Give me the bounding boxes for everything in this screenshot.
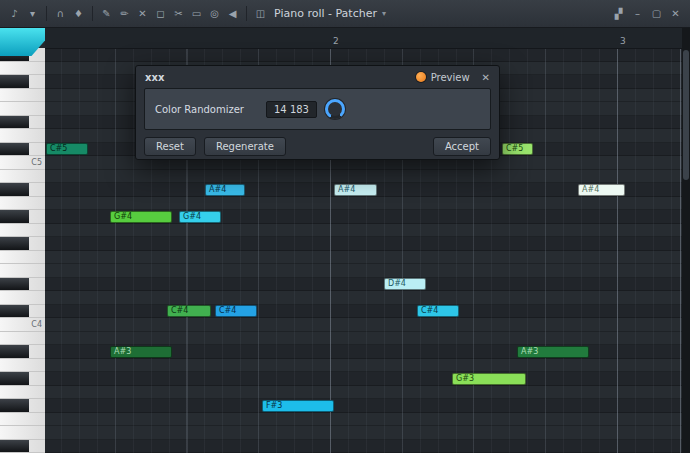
piano-key[interactable] <box>0 170 45 184</box>
piano-key[interactable] <box>0 386 45 400</box>
bar-number: 3 <box>620 36 626 46</box>
midi-note[interactable]: G#4 <box>179 211 221 223</box>
toolbar-separator <box>46 6 47 21</box>
piano-key[interactable] <box>0 224 45 238</box>
midi-note[interactable]: C#5 <box>46 143 88 155</box>
piano-key[interactable] <box>0 75 45 89</box>
piano-key[interactable] <box>0 143 45 157</box>
color-randomizer-panel: Color Randomizer 14 183 <box>144 88 491 130</box>
steps-icon[interactable]: ▞ <box>610 5 627 23</box>
vertical-scrollbar[interactable] <box>682 28 690 453</box>
stamp-icon[interactable]: ♦ <box>70 5 87 23</box>
window-title[interactable]: Piano roll - Patcher <box>274 7 377 20</box>
maximize-icon[interactable]: ▢ <box>648 5 665 23</box>
octave-label: C4 <box>31 320 42 329</box>
piano-key[interactable] <box>0 197 45 211</box>
toolbar: ♪▾∩♦✎✏✕◻✂▭◎◀ ◫ Piano roll - Patcher ▾ ▞–… <box>0 0 690 28</box>
piano-key[interactable] <box>0 332 45 346</box>
piano-key[interactable] <box>0 210 45 224</box>
piano-key[interactable] <box>0 89 45 103</box>
vertical-scrollbar-handle[interactable] <box>683 50 689 180</box>
accept-button[interactable]: Accept <box>433 137 491 156</box>
midi-note[interactable]: G#4 <box>110 211 172 223</box>
midi-note[interactable]: C#4 <box>167 305 211 317</box>
midi-note[interactable]: A#4 <box>205 184 245 196</box>
timeline-ruler[interactable]: 23 <box>45 28 682 49</box>
midi-note[interactable]: A#3 <box>517 346 589 358</box>
close-icon[interactable]: ✕ <box>667 5 684 23</box>
piano-key[interactable]: C5 <box>0 156 45 170</box>
toolbar-right-icons: ▞–▢✕ <box>610 5 684 23</box>
dialog-title: xxx <box>145 72 164 83</box>
note-menu-icon[interactable]: ♪ <box>6 5 23 23</box>
midi-note[interactable]: D#4 <box>384 278 426 290</box>
piano-key[interactable] <box>0 345 45 359</box>
title-caret-icon[interactable]: ▾ <box>382 9 386 18</box>
piano-key[interactable] <box>0 62 45 76</box>
piano-key[interactable] <box>0 426 45 440</box>
midi-note[interactable]: G#3 <box>452 373 526 385</box>
midi-note[interactable]: A#4 <box>334 184 377 196</box>
playback-tool-icon[interactable]: ◀ <box>224 5 241 23</box>
dialog-close-icon[interactable]: ✕ <box>482 72 490 83</box>
piano-key[interactable] <box>0 183 45 197</box>
preview-toggle[interactable]: Preview <box>416 72 470 83</box>
brush-tool-icon[interactable]: ✏ <box>116 5 133 23</box>
preview-label: Preview <box>431 72 470 83</box>
slice-tool-icon[interactable]: ✂ <box>170 5 187 23</box>
toolbar-separator <box>92 6 93 21</box>
piano-key[interactable] <box>0 264 45 278</box>
color-randomizer-label: Color Randomizer <box>155 104 244 115</box>
mute-tool-icon[interactable]: ◻ <box>152 5 169 23</box>
piano-key[interactable] <box>0 278 45 292</box>
piano-key[interactable] <box>0 305 45 319</box>
midi-note[interactable]: C#5 <box>502 143 533 155</box>
piano-key[interactable] <box>0 413 45 427</box>
midi-note[interactable]: A#3 <box>110 346 172 358</box>
midi-note[interactable]: C#4 <box>215 305 257 317</box>
regenerate-button[interactable]: Regenerate <box>204 137 286 156</box>
seed-knob[interactable] <box>325 99 345 119</box>
dialog-footer: Reset Regenerate Accept <box>136 130 499 163</box>
piano-key[interactable] <box>0 129 45 143</box>
piano-key[interactable] <box>0 291 45 305</box>
piano-key[interactable] <box>0 237 45 251</box>
preview-icon <box>416 72 426 82</box>
piano-key[interactable] <box>0 116 45 130</box>
toolbar-left-icons: ♪▾∩♦✎✏✕◻✂▭◎◀ <box>6 5 241 23</box>
reset-button[interactable]: Reset <box>144 137 196 156</box>
seed-value[interactable]: 14 183 <box>266 101 317 118</box>
zoom-tool-icon[interactable]: ◎ <box>206 5 223 23</box>
piano-key[interactable] <box>0 372 45 386</box>
piano-key[interactable] <box>0 102 45 116</box>
piano-roll-icon: ◫ <box>252 5 269 23</box>
midi-note[interactable]: F#3 <box>262 400 334 412</box>
piano-key[interactable] <box>0 440 45 453</box>
piano-key[interactable] <box>0 251 45 265</box>
midi-note[interactable]: C#4 <box>417 305 459 317</box>
octave-label: C5 <box>31 158 42 167</box>
select-tool-icon[interactable]: ▭ <box>188 5 205 23</box>
midi-note[interactable]: A#4 <box>578 184 625 196</box>
piano-keyboard[interactable]: C5C4 <box>0 48 45 453</box>
piano-key[interactable] <box>0 399 45 413</box>
magnet-snap-icon[interactable]: ∩ <box>52 5 69 23</box>
minimize-icon[interactable]: – <box>629 5 646 23</box>
bar-number: 2 <box>333 36 339 46</box>
color-randomizer-dialog: xxx Preview ✕ Color Randomizer 14 183 Re… <box>135 65 500 160</box>
piano-key[interactable] <box>0 359 45 373</box>
dialog-titlebar[interactable]: xxx Preview ✕ <box>136 66 499 88</box>
delete-tool-icon[interactable]: ✕ <box>134 5 151 23</box>
piano-key[interactable]: C4 <box>0 318 45 332</box>
pencil-tool-icon[interactable]: ✎ <box>98 5 115 23</box>
toolbar-separator <box>246 6 247 21</box>
menu-caret-icon[interactable]: ▾ <box>24 5 41 23</box>
